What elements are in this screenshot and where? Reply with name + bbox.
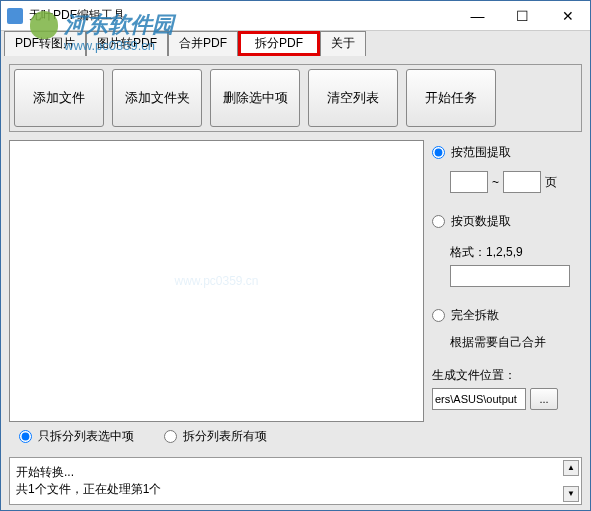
option-by-range[interactable]: 按范围提取 [432,144,582,161]
log-line-2: 共1个文件，正在处理第1个 [16,481,575,498]
tab-merge-pdf[interactable]: 合并PDF [168,31,238,56]
close-button[interactable]: ✕ [545,1,590,31]
tab-image-to-pdf[interactable]: 图片转PDF [86,31,168,56]
log-area: 开始转换... 共1个文件，正在处理第1个 ▲ ▼ [9,457,582,505]
loc-input[interactable] [432,388,526,410]
remove-selected-button[interactable]: 删除选中项 [210,69,300,127]
option-full-split[interactable]: 完全拆散 [432,307,582,324]
label-all-items: 拆分列表所有项 [183,428,267,445]
range-from-input[interactable] [450,171,488,193]
label-by-range: 按范围提取 [451,144,511,161]
log-scrollbar[interactable]: ▲ ▼ [563,460,579,502]
range-unit: 页 [545,174,557,191]
radio-only-selected[interactable] [19,430,32,443]
window-title: 无叶PDF编辑工具 [29,7,455,24]
file-list[interactable]: www.pc0359.cn [9,140,424,422]
range-row: ~ 页 [450,171,582,193]
tab-strip: PDF转图片 图片转PDF 合并PDF 拆分PDF 关于 [1,31,590,56]
radio-by-pages[interactable] [432,215,445,228]
start-task-button[interactable]: 开始任务 [406,69,496,127]
label-full-split: 完全拆散 [451,307,499,324]
maximize-button[interactable]: ☐ [500,1,545,31]
titlebar: 无叶PDF编辑工具 — ☐ ✕ [1,1,590,31]
radio-full-split[interactable] [432,309,445,322]
log-line-1: 开始转换... [16,464,575,481]
tab-about[interactable]: 关于 [320,31,366,56]
option-by-pages[interactable]: 按页数提取 [432,213,582,230]
toolbar: 添加文件 添加文件夹 删除选中项 清空列表 开始任务 [9,64,582,132]
option-all-items[interactable]: 拆分列表所有项 [164,428,267,445]
scroll-up-icon[interactable]: ▲ [563,460,579,476]
app-icon [7,8,23,24]
options-panel: 按范围提取 ~ 页 按页数提取 格式：1,2,5,9 [432,140,582,422]
list-watermark: www.pc0359.cn [174,274,258,288]
range-sep: ~ [492,175,499,189]
label-by-pages: 按页数提取 [451,213,511,230]
loc-label: 生成文件位置： [432,367,582,384]
format-group: 格式：1,2,5,9 [450,244,582,287]
tab-split-pdf[interactable]: 拆分PDF [238,31,320,56]
app-window: 无叶PDF编辑工具 — ☐ ✕ PDF转图片 图片转PDF 合并PDF 拆分PD… [0,0,591,511]
option-only-selected[interactable]: 只拆分列表选中项 [19,428,134,445]
add-file-button[interactable]: 添加文件 [14,69,104,127]
range-to-input[interactable] [503,171,541,193]
label-only-selected: 只拆分列表选中项 [38,428,134,445]
browse-button[interactable]: ... [530,388,558,410]
content-area: 添加文件 添加文件夹 删除选中项 清空列表 开始任务 www.pc0359.cn… [1,56,590,510]
radio-by-range[interactable] [432,146,445,159]
full-split-note: 根据需要自己合并 [450,334,582,351]
radio-all-items[interactable] [164,430,177,443]
minimize-button[interactable]: — [455,1,500,31]
tab-pdf-to-image[interactable]: PDF转图片 [4,31,86,56]
format-label: 格式：1,2,5,9 [450,244,582,261]
bottom-options: 只拆分列表选中项 拆分列表所有项 [9,422,582,451]
add-folder-button[interactable]: 添加文件夹 [112,69,202,127]
format-input[interactable] [450,265,570,287]
main-area: www.pc0359.cn 按范围提取 ~ 页 按页数提取 [9,140,582,422]
window-controls: — ☐ ✕ [455,1,590,31]
scroll-down-icon[interactable]: ▼ [563,486,579,502]
output-location: 生成文件位置： ... [432,367,582,410]
clear-list-button[interactable]: 清空列表 [308,69,398,127]
